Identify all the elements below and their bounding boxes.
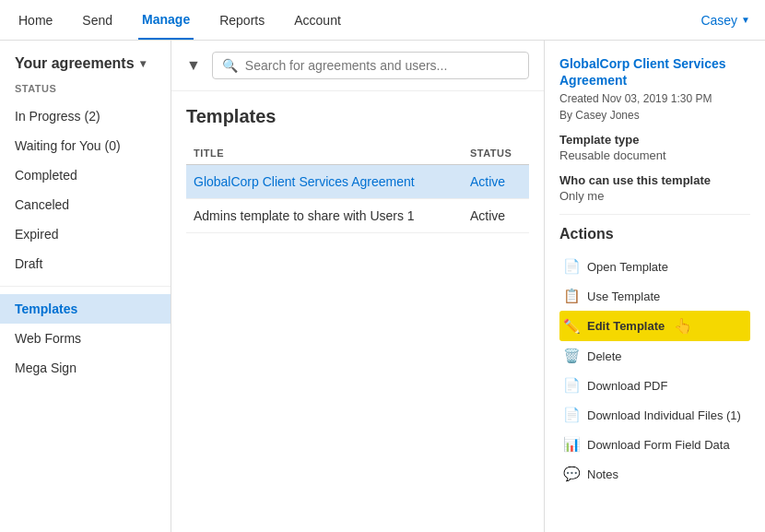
col-title: TITLE (186, 142, 463, 165)
rp-who-can-use-label: Who can use this template (559, 173, 750, 187)
sidebar-item-waiting[interactable]: Waiting for You (0) (0, 131, 171, 160)
top-navigation: Home Send Manage Reports Account Casey ▼ (0, 0, 765, 41)
search-box: 🔍 (212, 52, 529, 79)
agreements-header[interactable]: Your agreements ▾ (0, 55, 171, 83)
section-title: Templates (186, 106, 529, 127)
rp-who-can-use-section: Who can use this template Only me (559, 173, 750, 203)
download-pdf-icon: 📄 (563, 377, 580, 394)
open-template-icon: 📄 (563, 258, 580, 275)
action-use-template-label: Use Template (587, 290, 660, 303)
action-delete[interactable]: 🗑️ Delete (559, 341, 750, 371)
nav-account[interactable]: Account (290, 2, 345, 39)
rp-divider (559, 214, 750, 215)
sidebar-item-completed[interactable]: Completed (0, 160, 171, 190)
templates-section: Templates TITLE STATUS GlobalCorp Client… (171, 91, 544, 532)
table-row[interactable]: GlobalCorp Client Services Agreement Act… (186, 165, 529, 199)
sidebar-item-in-progress[interactable]: In Progress (2) (0, 101, 171, 131)
rp-template-type-label: Template type (559, 133, 750, 147)
nav-send[interactable]: Send (78, 2, 116, 39)
row-2-title: Admins template to share with Users 1 (186, 199, 463, 233)
col-status: STATUS (463, 142, 529, 165)
action-download-pdf[interactable]: 📄 Download PDF (559, 371, 750, 400)
action-open-template-label: Open Template (587, 260, 668, 274)
user-menu[interactable]: Casey ▼ (700, 13, 750, 28)
sidebar-item-mega-sign[interactable]: Mega Sign (0, 353, 171, 383)
search-icon: 🔍 (222, 58, 238, 73)
sidebar-item-web-forms[interactable]: Web Forms (0, 324, 171, 353)
action-edit-template-label: Edit Template (587, 319, 665, 333)
row-1-title: GlobalCorp Client Services Agreement (186, 165, 463, 199)
sidebar-item-templates[interactable]: Templates (0, 294, 171, 324)
sidebar-item-draft[interactable]: Draft (0, 249, 171, 278)
row-2-status: Active (463, 199, 529, 233)
action-use-template[interactable]: 📋 Use Template (559, 281, 750, 311)
nav-items: Home Send Manage Reports Account (15, 1, 700, 40)
filter-icon[interactable]: ▼ (186, 57, 201, 74)
cursor-hand-icon: 👆 (674, 317, 692, 335)
action-notes[interactable]: 💬 Notes (559, 459, 750, 489)
delete-icon: 🗑️ (563, 348, 580, 364)
action-open-template[interactable]: 📄 Open Template (559, 252, 750, 281)
table-header-row: TITLE STATUS (186, 142, 529, 165)
rp-by: By Casey Jones (559, 109, 750, 122)
download-form-field-icon: 📊 (563, 436, 580, 453)
agreements-chevron-icon: ▾ (140, 57, 146, 70)
templates-table: TITLE STATUS GlobalCorp Client Services … (186, 142, 529, 233)
edit-template-icon: ✏️ (563, 318, 580, 335)
right-panel: GlobalCorp Client Services Agreement Cre… (544, 41, 765, 532)
use-template-icon: 📋 (563, 288, 580, 304)
user-name: Casey (700, 13, 737, 28)
actions-title: Actions (559, 226, 750, 242)
action-download-form-field-label: Download Form Field Data (587, 438, 730, 452)
action-download-pdf-label: Download PDF (587, 379, 667, 393)
rp-template-type-value: Reusable document (559, 148, 750, 162)
nav-reports[interactable]: Reports (216, 2, 268, 39)
notes-icon: 💬 (563, 466, 580, 482)
status-section-label: STATUS (0, 83, 171, 101)
action-delete-label: Delete (587, 349, 622, 363)
agreements-header-label: Your agreements (15, 55, 135, 72)
rp-created: Created Nov 03, 2019 1:30 PM (559, 92, 750, 105)
sidebar-item-canceled[interactable]: Canceled (0, 190, 171, 219)
action-download-files[interactable]: 📄 Download Individual Files (1) (559, 400, 750, 430)
user-dropdown-arrow: ▼ (741, 15, 750, 25)
content-area: ▼ 🔍 Templates TITLE STATUS GlobalCorp Cl… (171, 41, 544, 532)
search-bar-row: ▼ 🔍 (171, 41, 544, 91)
sidebar-item-expired[interactable]: Expired (0, 219, 171, 249)
action-download-files-label: Download Individual Files (1) (587, 408, 741, 422)
rp-who-can-use-value: Only me (559, 189, 750, 203)
search-input[interactable] (245, 58, 519, 73)
nav-manage[interactable]: Manage (138, 1, 194, 40)
action-download-form-field-data[interactable]: 📊 Download Form Field Data (559, 430, 750, 459)
main-layout: Your agreements ▾ STATUS In Progress (2)… (0, 41, 765, 532)
download-files-icon: 📄 (563, 407, 580, 423)
sidebar-divider (0, 286, 171, 287)
action-notes-label: Notes (587, 467, 618, 481)
rp-agreement-title: GlobalCorp Client Services Agreement (559, 55, 750, 89)
rp-template-type-section: Template type Reusable document (559, 133, 750, 162)
row-1-status: Active (463, 165, 529, 199)
table-row[interactable]: Admins template to share with Users 1 Ac… (186, 199, 529, 233)
sidebar: Your agreements ▾ STATUS In Progress (2)… (0, 41, 171, 532)
action-edit-template[interactable]: ✏️ Edit Template 👆 (559, 311, 750, 341)
nav-home[interactable]: Home (15, 2, 56, 39)
